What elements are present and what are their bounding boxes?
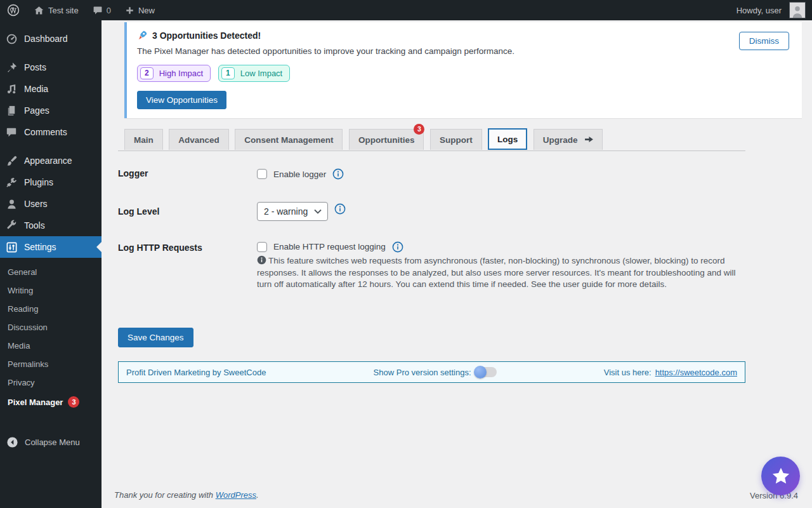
tab-label: Main: [134, 135, 154, 145]
thanks-suffix: .: [256, 490, 259, 500]
submenu-item-permalinks[interactable]: Permalinks: [0, 355, 102, 373]
sidebar-item-appearance[interactable]: Appearance: [0, 150, 102, 171]
tab-upgrade[interactable]: Upgrade: [534, 129, 603, 150]
log-level-label: Log Level: [118, 202, 257, 221]
wordpress-logo-icon: [7, 4, 20, 17]
submenu-item-discussion[interactable]: Discussion: [0, 318, 102, 337]
tab-support[interactable]: Support: [430, 129, 482, 150]
logger-label: Logger: [118, 168, 257, 180]
menu-separator: [0, 50, 102, 57]
sidebar-item-plugins[interactable]: Plugins: [0, 171, 102, 193]
pages-icon: [5, 104, 18, 117]
sidebar-item-tools[interactable]: Tools: [0, 215, 102, 236]
notice-description: The Pixel Manager has detected opportuni…: [137, 46, 789, 56]
avatar[interactable]: [789, 2, 806, 18]
sidebar-item-settings[interactable]: Settings: [0, 236, 102, 258]
info-icon[interactable]: [332, 168, 344, 180]
admin-bar-account[interactable]: Howdy, user: [730, 0, 784, 20]
wordpress-link[interactable]: WordPress: [216, 490, 256, 500]
sidebar-item-label: Settings: [24, 242, 56, 252]
collapse-arrow-icon: [6, 436, 18, 448]
wordpress-logo[interactable]: [0, 0, 27, 20]
submenu-label: Reading: [8, 304, 38, 314]
howdy-label: Howdy, user: [737, 6, 782, 15]
tab-label: Opportunities: [358, 135, 415, 145]
info-filled-icon: [257, 255, 266, 265]
sidebar-item-label: Posts: [24, 62, 46, 72]
plugin-footer-bar: Profit Driven Marketing by SweetCode Sho…: [118, 361, 745, 383]
sidebar-item-comments[interactable]: Comments: [0, 121, 102, 143]
tab-logs[interactable]: Logs: [488, 128, 527, 150]
dismiss-button[interactable]: Dismiss: [739, 32, 789, 50]
main-content: 3 Opportunities Detected! The Pixel Mana…: [102, 20, 812, 508]
submenu-item-media[interactable]: Media: [0, 337, 102, 355]
tab-consent-management[interactable]: Consent Management: [235, 129, 343, 150]
sidebar-item-media[interactable]: Media: [0, 78, 102, 100]
admin-bar: Test site 0 New Howdy, user: [0, 0, 812, 20]
tab-opportunities[interactable]: Opportunities 3: [349, 129, 424, 150]
comment-bubble-icon: [93, 5, 103, 15]
logger-row: Logger Enable logger: [118, 168, 745, 180]
submenu-item-privacy[interactable]: Privacy: [0, 373, 102, 392]
low-impact-badge: 1 Low Impact: [218, 65, 290, 82]
visit-us-label: Visit us here:: [604, 368, 652, 377]
admin-bar-comments[interactable]: 0: [86, 0, 118, 20]
sidebar: Dashboard Posts Media Pages Comments: [0, 20, 102, 508]
view-opportunities-button[interactable]: View Opportunities: [137, 91, 226, 109]
sidebar-item-label: Plugins: [24, 177, 53, 187]
tab-advanced[interactable]: Advanced: [169, 129, 229, 150]
enable-logger-label: Enable logger: [273, 170, 326, 179]
submenu-label: Pixel Manager: [8, 398, 63, 407]
sidebar-item-label: Dashboard: [24, 34, 68, 44]
log-level-row: Log Level 2 - warning: [118, 202, 745, 221]
save-changes-button[interactable]: Save Changes: [118, 328, 193, 347]
sweetcode-link[interactable]: https://sweetcode.com: [655, 368, 737, 377]
plug-icon: [5, 176, 18, 189]
submenu-item-general[interactable]: General: [0, 263, 102, 281]
low-impact-count: 1: [221, 67, 235, 79]
menu-separator: [0, 143, 102, 150]
log-http-label: Log HTTP Requests: [118, 241, 257, 253]
comments-count: 0: [107, 6, 111, 15]
high-impact-label: High Impact: [159, 69, 203, 78]
info-icon[interactable]: [392, 241, 403, 253]
notice-title: 3 Opportunities Detected!: [152, 30, 261, 41]
sidebar-item-users[interactable]: Users: [0, 193, 102, 215]
submenu-label: Permalinks: [8, 359, 48, 369]
collapse-menu-button[interactable]: Collapse Menu: [0, 431, 102, 453]
sidebar-item-pages[interactable]: Pages: [0, 100, 102, 121]
submenu-label: Discussion: [8, 323, 48, 332]
submenu-item-reading[interactable]: Reading: [0, 300, 102, 318]
sidebar-item-label: Appearance: [24, 156, 72, 166]
submenu-item-pixel-manager[interactable]: Pixel Manager 3: [0, 392, 102, 412]
tab-label: Logs: [497, 135, 518, 144]
tab-main[interactable]: Main: [124, 129, 163, 150]
enable-logger-checkbox[interactable]: [257, 169, 267, 179]
sidebar-item-posts[interactable]: Posts: [0, 57, 102, 78]
http-description-text: This feature switches web requests from …: [257, 256, 735, 289]
floating-star-button[interactable]: [761, 457, 800, 495]
info-icon[interactable]: [334, 203, 346, 215]
submenu-item-writing[interactable]: Writing: [0, 281, 102, 300]
sidebar-item-label: Media: [24, 84, 48, 94]
user-silhouette-icon: [790, 4, 804, 18]
enable-http-logging-label: Enable HTTP request logging: [273, 242, 386, 251]
http-logging-description: This feature switches web requests from …: [257, 255, 743, 291]
enable-http-logging-checkbox[interactable]: [257, 242, 267, 252]
admin-bar-site-name[interactable]: Test site: [27, 0, 86, 20]
admin-bar-new[interactable]: New: [118, 0, 162, 20]
low-impact-label: Low Impact: [240, 69, 282, 78]
media-icon: [5, 83, 18, 95]
settings-tabs: Main Advanced Consent Management Opportu…: [118, 128, 745, 151]
chevron-down-icon: [314, 209, 322, 214]
tab-label: Support: [440, 135, 473, 145]
pixel-manager-badge: 3: [68, 396, 79, 408]
thanks-prefix: Thank you for creating with: [114, 490, 216, 500]
sidebar-item-dashboard[interactable]: Dashboard: [0, 28, 102, 50]
pro-version-toggle[interactable]: [475, 367, 497, 377]
opportunities-tab-badge: 3: [414, 124, 424, 135]
log-level-select[interactable]: 2 - warning: [257, 202, 328, 221]
site-name-label: Test site: [48, 6, 79, 15]
user-icon: [5, 197, 18, 210]
pushpin-icon: [5, 61, 18, 74]
